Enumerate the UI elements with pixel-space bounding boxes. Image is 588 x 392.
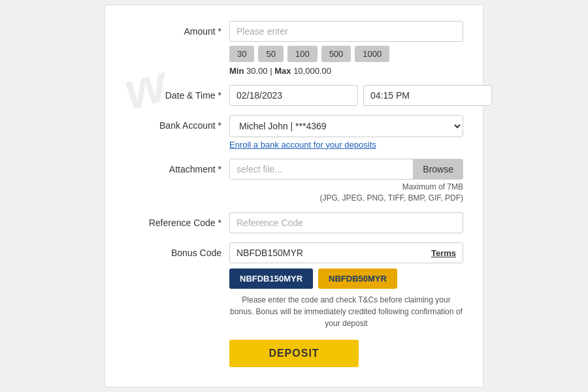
enroll-bank-link[interactable]: Enroll a bank account for your deposits — [229, 140, 463, 150]
attachment-label: Attachment * — [125, 159, 229, 174]
bonus-code-buttons: NBFDB150MYR NBFDB50MYR — [229, 269, 463, 289]
amount-field: 30 50 100 500 1000 Min 30.00 | Max 10,00… — [229, 21, 463, 76]
quick-amount-30[interactable]: 30 — [229, 46, 254, 62]
terms-link[interactable]: Terms — [425, 244, 463, 263]
reference-code-input[interactable] — [229, 212, 463, 233]
quick-amounts: 30 50 100 500 1000 — [229, 46, 463, 62]
deposit-form: w Amount * 30 50 100 500 1000 Min 30.00 … — [105, 5, 483, 388]
bonus-code-input-row: Terms — [229, 242, 463, 263]
bonus-code-btn-0[interactable]: NBFDB150MYR — [229, 269, 313, 289]
attachment-note: Maximum of 7MB (JPG, JPEG, PNG, TIFF, BM… — [229, 182, 463, 204]
attachment-input-row: select file... Browse — [229, 159, 463, 180]
attachment-row: Attachment * select file... Browse Maxim… — [125, 159, 463, 204]
bank-account-field: Michel John | ***4369 Enroll a bank acco… — [229, 115, 463, 150]
datetime-field — [229, 85, 492, 106]
date-input[interactable] — [229, 85, 358, 106]
bank-account-row: Bank Account * Michel John | ***4369 Enr… — [125, 115, 463, 150]
quick-amount-100[interactable]: 100 — [287, 46, 318, 62]
deposit-button[interactable]: DEPOSIT — [229, 340, 358, 367]
quick-amount-1000[interactable]: 1000 — [355, 46, 389, 62]
datetime-label: Date & Time * — [125, 85, 229, 101]
deposit-button-row: DEPOSIT — [125, 340, 463, 367]
reference-code-field — [229, 212, 463, 233]
attachment-field: select file... Browse Maximum of 7MB (JP… — [229, 159, 463, 204]
bank-account-label: Bank Account * — [125, 115, 229, 131]
bonus-note: Please enter the code and check T&Cs bef… — [229, 294, 463, 329]
bank-account-select[interactable]: Michel John | ***4369 — [229, 115, 463, 137]
bonus-code-input[interactable] — [230, 243, 425, 263]
quick-amount-500[interactable]: 500 — [321, 46, 351, 62]
time-input[interactable] — [363, 85, 492, 106]
reference-code-label: Reference Code * — [125, 212, 229, 228]
bonus-code-row: Bonus Code Terms NBFDB150MYR NBFDB50MYR … — [125, 242, 463, 329]
amount-label: Amount * — [125, 21, 229, 37]
browse-button[interactable]: Browse — [413, 159, 463, 179]
amount-input[interactable] — [229, 21, 463, 42]
reference-code-row: Reference Code * — [125, 212, 463, 233]
attachment-placeholder: select file... — [230, 159, 413, 179]
min-max-info: Min 30.00 | Max 10,000.00 — [229, 66, 463, 76]
quick-amount-50[interactable]: 50 — [258, 46, 283, 62]
bonus-code-btn-1[interactable]: NBFDB50MYR — [318, 269, 397, 289]
bonus-code-label: Bonus Code — [125, 242, 229, 258]
datetime-row: Date & Time * — [125, 85, 463, 106]
amount-row: Amount * 30 50 100 500 1000 Min 30.00 | … — [125, 21, 463, 76]
bonus-code-field: Terms NBFDB150MYR NBFDB50MYR Please ente… — [229, 242, 463, 329]
datetime-inputs — [229, 85, 492, 106]
